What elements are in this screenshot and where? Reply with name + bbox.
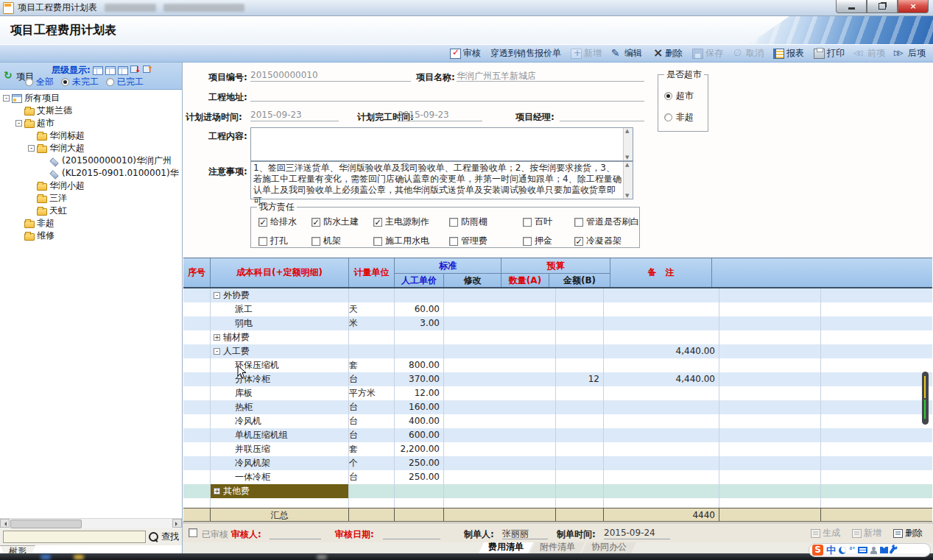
scroll-left-arrow[interactable]: [0, 519, 10, 528]
responsibility-checkbox[interactable]: [449, 237, 458, 246]
tab-collaboration[interactable]: 协同办公: [582, 542, 636, 553]
table-row[interactable]: -人工费4,440.00: [183, 344, 932, 358]
moon-mode-icon[interactable]: [839, 547, 846, 554]
tree-item[interactable]: 三洋: [0, 192, 182, 205]
tree-item[interactable]: (KL2015-0901.0100001)华: [0, 167, 182, 180]
close-button[interactable]: ×: [898, 0, 929, 13]
scrollbar-thumb[interactable]: [10, 520, 82, 528]
delete-button[interactable]: 删除: [652, 47, 683, 60]
table-row[interactable]: 冷风机架个250.00: [183, 456, 932, 470]
manager-field[interactable]: [560, 110, 644, 121]
search-input[interactable]: [3, 531, 146, 543]
tree-item[interactable]: 天虹: [0, 205, 182, 217]
drill-to-quote-button[interactable]: 穿透到销售报价单: [490, 47, 561, 60]
scroll-indicator[interactable]: [922, 372, 929, 425]
table-row[interactable]: 并联压缩套2,200.00: [183, 442, 932, 456]
print-button[interactable]: 打印: [814, 47, 845, 60]
tree-item[interactable]: 非超: [0, 217, 182, 230]
minimize-button[interactable]: [836, 0, 867, 13]
responsibility-checkbox[interactable]: ✓: [373, 218, 382, 227]
responsibility-checkbox[interactable]: ✓: [574, 237, 583, 246]
soft-keyboard-icon[interactable]: [858, 547, 867, 553]
table-row[interactable]: 冷风机台400.00: [183, 414, 932, 428]
address-field[interactable]: [250, 90, 644, 102]
tree-item[interactable]: 维修: [0, 230, 182, 242]
end-date-field[interactable]: 2015-09-23: [398, 110, 482, 121]
maker-field[interactable]: 张丽丽: [502, 528, 548, 539]
audit-date-field[interactable]: [383, 528, 440, 539]
supermarket-radio[interactable]: [664, 92, 672, 100]
table-row[interactable]: -外协费: [183, 288, 932, 302]
responsibility-checkbox[interactable]: [574, 218, 583, 227]
account-icon[interactable]: [870, 547, 877, 554]
responsibility-checkbox[interactable]: ✓: [258, 218, 267, 227]
table-row[interactable]: 派工天60.00: [183, 302, 932, 316]
textarea-scrollbar[interactable]: [623, 162, 633, 199]
audit-button[interactable]: 审核: [450, 47, 481, 60]
row-expander-icon[interactable]: -: [214, 348, 220, 355]
filter-radio-all[interactable]: [25, 78, 33, 86]
responsibility-checkbox[interactable]: [373, 237, 382, 246]
row-expander-icon[interactable]: +: [214, 334, 220, 341]
responsibility-checkbox[interactable]: ✓: [311, 218, 320, 227]
start-date-field[interactable]: 2015-09-23: [250, 110, 339, 121]
sogou-logo-icon[interactable]: S: [812, 545, 823, 556]
tree-item[interactable]: -所有项目: [0, 92, 182, 104]
audited-checkbox[interactable]: [189, 528, 197, 537]
supermarket-radio[interactable]: [664, 113, 672, 121]
windows-taskbar[interactable]: [0, 553, 933, 560]
tree-item[interactable]: 华润小超: [0, 180, 182, 192]
tree-expander-icon[interactable]: -: [3, 95, 10, 102]
tree-item[interactable]: 艾斯兰德: [0, 104, 182, 117]
project-name-field[interactable]: 华润广州五羊新城店: [457, 70, 644, 82]
tab-attachment-list[interactable]: 附件清单: [530, 542, 585, 553]
next-button[interactable]: 后项: [895, 47, 926, 60]
table-row[interactable]: 分体冷柜台370.00124,440.00: [183, 372, 932, 386]
refresh-icon[interactable]: ↻: [4, 70, 13, 80]
ime-language-icon[interactable]: 中: [826, 545, 836, 556]
table-row[interactable]: 单机压缩机组台600.00: [183, 428, 932, 442]
tree-view-icon[interactable]: [93, 66, 103, 75]
tree-expander-icon[interactable]: -: [15, 120, 22, 127]
restore-button[interactable]: [867, 0, 898, 13]
content-textarea[interactable]: [250, 127, 633, 161]
filter-radio-unfinished[interactable]: [61, 78, 69, 86]
tree-horizontal-scrollbar[interactable]: [0, 518, 182, 528]
tab-cost-list[interactable]: 费用清单: [479, 542, 533, 553]
table-row[interactable]: +辅材费: [183, 330, 932, 344]
tree-item[interactable]: 华润标超: [0, 130, 182, 142]
tree-item[interactable]: -华润大超: [0, 142, 182, 155]
row-expander-icon[interactable]: -: [214, 292, 220, 299]
tree-item[interactable]: (201500000010)华润广州: [0, 155, 182, 167]
report-button[interactable]: 报表: [773, 47, 804, 60]
project-no-field[interactable]: 201500000010: [250, 70, 411, 82]
punctuation-icon[interactable]: °': [849, 546, 855, 554]
row-expander-icon[interactable]: +: [214, 488, 220, 495]
scroll-right-arrow[interactable]: [172, 519, 182, 528]
skin-icon[interactable]: [880, 547, 888, 553]
sort-ascending-icon[interactable]: [143, 65, 153, 75]
table-row[interactable]: 热柜台160.00: [183, 400, 932, 414]
notes-textarea[interactable]: 1、签回三洋送货单、华润版验收单及我司验收单、工程量验收单；2、按华润要求接货，…: [250, 161, 633, 199]
tree-item[interactable]: -超市: [0, 117, 182, 130]
sort-descending-icon[interactable]: [130, 65, 141, 75]
table-row[interactable]: 弱电米3.00: [183, 316, 932, 330]
responsibility-checkbox[interactable]: [523, 218, 532, 227]
table-row[interactable]: +其他费: [183, 484, 932, 498]
responsibility-checkbox[interactable]: [449, 218, 458, 227]
responsibility-checkbox[interactable]: [523, 237, 532, 246]
edit-button[interactable]: 编辑: [611, 47, 642, 60]
table-row[interactable]: 一体冷柜台250.00: [183, 470, 932, 484]
delete-record-button[interactable]: 删除: [893, 527, 923, 539]
responsibility-checkbox[interactable]: [258, 237, 267, 246]
auditor-field[interactable]: [270, 528, 321, 539]
table-row[interactable]: 库板平方米12.00: [183, 386, 932, 400]
responsibility-checkbox[interactable]: [311, 237, 320, 246]
list-view-icon[interactable]: [105, 66, 116, 75]
search-button[interactable]: 查找: [161, 531, 179, 543]
textarea-scrollbar[interactable]: [623, 128, 633, 160]
grid-view-icon[interactable]: [118, 66, 128, 75]
table-row[interactable]: 环保压缩机套800.00: [183, 358, 932, 372]
filter-radio-finished[interactable]: [106, 78, 114, 86]
toolbox-icon[interactable]: [889, 546, 896, 554]
